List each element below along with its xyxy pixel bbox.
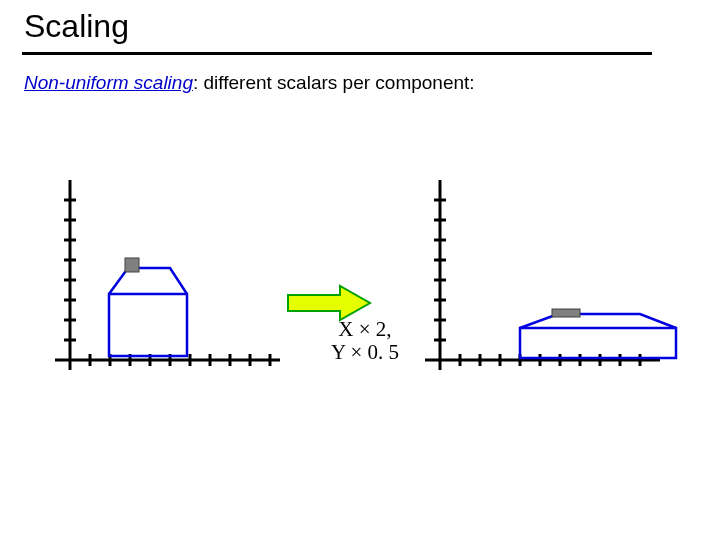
left-house bbox=[109, 268, 187, 356]
svg-rect-42 bbox=[520, 328, 676, 358]
scale-formula-x: X × 2, bbox=[310, 318, 420, 341]
right-house-chimney bbox=[552, 309, 580, 317]
diagram-canvas bbox=[0, 0, 720, 540]
svg-marker-21 bbox=[288, 286, 370, 320]
right-axes bbox=[425, 180, 660, 370]
left-house-chimney bbox=[125, 258, 139, 272]
left-axes bbox=[55, 180, 280, 370]
svg-rect-20 bbox=[109, 294, 187, 356]
right-house bbox=[520, 314, 676, 358]
scale-formula: X × 2, Y × 0. 5 bbox=[310, 318, 420, 364]
scale-formula-y: Y × 0. 5 bbox=[310, 341, 420, 364]
transform-arrow-icon bbox=[288, 286, 370, 320]
